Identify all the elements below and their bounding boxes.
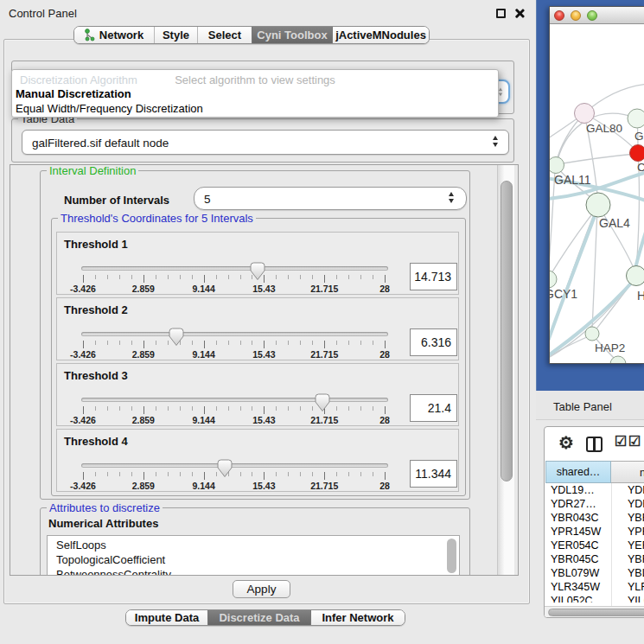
cell-name: YPR1	[628, 526, 644, 538]
table-hscrollbar-thumb[interactable]	[548, 609, 644, 616]
table-row[interactable]: YBR045CYBR0	[545, 552, 644, 566]
network-node[interactable]	[585, 327, 599, 341]
slider-thumb[interactable]	[169, 328, 184, 351]
attribute-item[interactable]: BetweennessCentrality	[56, 568, 171, 576]
slider-track[interactable]	[81, 398, 388, 402]
table-data-combobox[interactable]: galFiltered.sif default node	[22, 130, 509, 155]
slider-tick	[385, 472, 386, 480]
float-window-icon[interactable]	[496, 9, 506, 18]
tab-network[interactable]: Network	[74, 27, 154, 43]
slider-tick	[324, 472, 325, 480]
table-row[interactable]: YER054CYER0	[545, 539, 644, 552]
slider-tick	[373, 275, 373, 279]
tab-style[interactable]: Style	[154, 27, 197, 43]
checkbox-icon[interactable]: ☑	[628, 433, 641, 450]
network-node-label: H	[637, 289, 644, 303]
network-view-window: GAL80GCGAL11GAL4GCY1HHAP2	[549, 6, 644, 364]
list-scrollbar-thumb[interactable]	[447, 539, 456, 573]
gear-icon[interactable]: ⚙	[558, 434, 574, 451]
slider-tick	[228, 275, 229, 279]
table-row[interactable]: YBR043CYBR0	[545, 511, 644, 525]
control-panel-tabbar: NetworkStyleSelectCyni ToolboxjActiveMNo…	[73, 26, 430, 44]
attribute-item[interactable]: SelfLoops	[56, 539, 106, 552]
slider-track[interactable]	[81, 463, 388, 468]
bottom-tab-infer-network[interactable]: Infer Network	[310, 610, 405, 625]
network-node[interactable]	[550, 271, 557, 288]
table-row[interactable]: YLR345WYLR3	[545, 580, 644, 594]
slider-tick-label: -3.426	[70, 415, 96, 425]
slider-tick	[312, 275, 313, 279]
columns-icon[interactable]	[586, 437, 603, 452]
spinner-stepper-icon[interactable]	[449, 192, 454, 203]
slider-tick	[276, 275, 277, 279]
network-node[interactable]	[575, 104, 595, 124]
table-row[interactable]: YIL052CYIL0	[545, 594, 644, 603]
slider-thumb[interactable]	[217, 459, 233, 482]
minimize-traffic-light[interactable]	[571, 10, 581, 21]
table-hscrollbar-track[interactable]	[545, 606, 644, 617]
network-node[interactable]	[627, 266, 644, 286]
popup-item-1[interactable]: Manual Discretization	[16, 87, 131, 100]
column-header-shared-name[interactable]: shared…	[545, 461, 611, 483]
close-icon[interactable]	[513, 8, 525, 19]
network-node[interactable]	[628, 109, 644, 128]
apply-button[interactable]: Apply	[233, 580, 290, 598]
network-node[interactable]	[630, 145, 644, 162]
checkbox-icon[interactable]: ☑	[615, 433, 627, 450]
number-of-intervals-spinner[interactable]: 5	[194, 187, 467, 210]
network-edge	[558, 154, 635, 164]
network-window-titlebar[interactable]	[550, 7, 644, 24]
tab-cyni-toolbox[interactable]: Cyni Toolbox	[252, 27, 332, 43]
numerical-attributes-list[interactable]: SelfLoopsTopologicalCoefficientBetweenne…	[47, 535, 460, 576]
column-header-name[interactable]: na	[611, 461, 644, 483]
threshold-value-field[interactable]: 11.344	[410, 460, 457, 488]
slider-tick	[95, 472, 96, 476]
slider-tick	[95, 406, 96, 411]
tab-select[interactable]: Select	[197, 27, 252, 43]
popup-placeholder-item[interactable]: Select algorithm to view settings	[12, 73, 498, 86]
tab-jactivemnodules[interactable]: jActiveMNodules	[332, 27, 429, 43]
threshold-value-field[interactable]: 14.713	[410, 263, 457, 290]
slider-tick-label: -3.426	[70, 284, 96, 294]
slider-tick	[143, 406, 144, 414]
cell-shared-name: YBR045C	[551, 553, 599, 565]
threshold-panel-4: Threshold 4-3.4262.8599.14415.4321.71528…	[56, 429, 459, 492]
slider-tick	[348, 472, 349, 476]
bottom-tab-impute-data[interactable]: Impute Data	[126, 610, 207, 625]
slider-tick	[264, 472, 265, 480]
table-row[interactable]: YDL19…YDL1	[545, 483, 644, 497]
settings-scrollbar-track[interactable]	[497, 165, 514, 575]
column-divider	[611, 483, 612, 606]
network-node[interactable]	[586, 193, 610, 217]
network-node[interactable]	[550, 157, 564, 174]
slider-tick	[252, 406, 252, 411]
slider-track[interactable]	[81, 332, 388, 336]
network-canvas[interactable]: GAL80GCGAL11GAL4GCY1HHAP2	[550, 24, 644, 363]
cell-shared-name: YER054C	[551, 539, 599, 552]
slider-tick	[156, 275, 156, 279]
slider-tick	[119, 275, 120, 279]
table-row[interactable]: YBL079WYBL0	[545, 566, 644, 580]
threshold-value-field[interactable]: 21.4	[410, 394, 457, 422]
slider-tick	[119, 406, 120, 411]
settings-scrollbar-thumb[interactable]	[501, 181, 513, 481]
table-row[interactable]: YDR27…YDR2	[545, 497, 644, 511]
zoom-traffic-light[interactable]	[587, 10, 597, 21]
attribute-item[interactable]: TopologicalCoefficient	[56, 553, 165, 566]
slider-tick	[228, 341, 229, 345]
slider-tick	[95, 275, 96, 279]
slider-tick-label: 9.144	[192, 415, 214, 425]
close-traffic-light[interactable]	[554, 10, 564, 21]
cell-shared-name: YBR043C	[551, 512, 599, 524]
cell-name: YIL0	[628, 595, 644, 603]
cell-shared-name: YPR145W	[551, 526, 601, 538]
slider-track[interactable]	[81, 266, 388, 271]
slider-tick-label: 15.43	[252, 349, 275, 360]
slider-thumb[interactable]	[315, 393, 330, 417]
table-row[interactable]: YPR145WYPR1	[545, 525, 644, 539]
bottom-tab-discretize-data[interactable]: Discretize Data	[207, 610, 310, 625]
threshold-value-field[interactable]: 6.316	[410, 328, 457, 356]
popup-item-2[interactable]: Equal Width/Frequency Discretization	[16, 102, 203, 115]
slider-tick	[156, 406, 156, 411]
slider-thumb[interactable]	[250, 262, 265, 285]
